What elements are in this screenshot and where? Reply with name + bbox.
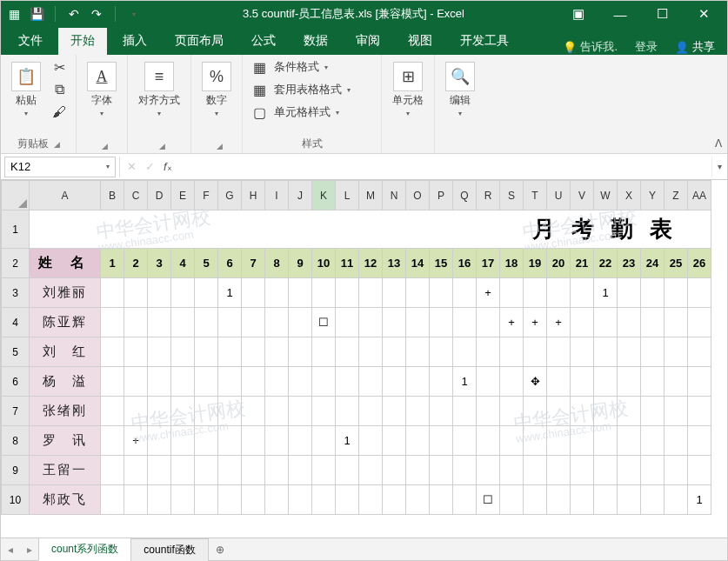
cell[interactable] bbox=[500, 278, 524, 308]
cell[interactable] bbox=[430, 337, 453, 367]
cell[interactable] bbox=[594, 337, 618, 367]
col-header-M[interactable]: M bbox=[359, 181, 383, 210]
cell[interactable] bbox=[453, 278, 477, 308]
cell[interactable] bbox=[641, 308, 665, 337]
col-header-Y[interactable]: Y bbox=[641, 181, 665, 210]
cell[interactable] bbox=[265, 308, 289, 337]
cell[interactable] bbox=[265, 397, 289, 426]
cell[interactable] bbox=[242, 367, 265, 397]
minimize-icon[interactable]: ― bbox=[607, 7, 633, 22]
cell[interactable] bbox=[195, 278, 218, 308]
cell[interactable] bbox=[148, 397, 171, 426]
header-day-22[interactable]: 22 bbox=[594, 249, 618, 278]
cell[interactable] bbox=[430, 397, 453, 426]
cell[interactable] bbox=[406, 308, 430, 337]
cell[interactable] bbox=[265, 485, 289, 515]
cell[interactable] bbox=[665, 308, 688, 337]
cell[interactable]: 1 bbox=[688, 485, 711, 515]
cell[interactable] bbox=[430, 426, 453, 456]
name-box[interactable]: K12▾ bbox=[4, 157, 116, 177]
cell[interactable] bbox=[618, 456, 641, 485]
tab-file[interactable]: 文件 bbox=[6, 28, 55, 55]
cell[interactable] bbox=[171, 337, 195, 367]
cell[interactable] bbox=[594, 485, 618, 515]
cell[interactable] bbox=[312, 485, 336, 515]
header-day-17[interactable]: 17 bbox=[477, 249, 500, 278]
cell[interactable] bbox=[665, 485, 688, 515]
name-cell[interactable]: 张绪刚 bbox=[30, 397, 101, 426]
align-launcher-icon[interactable]: ◢ bbox=[159, 142, 165, 150]
cell[interactable] bbox=[218, 397, 242, 426]
cell[interactable] bbox=[641, 426, 665, 456]
header-day-11[interactable]: 11 bbox=[336, 249, 359, 278]
tab-developer[interactable]: 开发工具 bbox=[448, 28, 521, 55]
tab-data[interactable]: 数据 bbox=[291, 28, 340, 55]
header-day-19[interactable]: 19 bbox=[524, 249, 547, 278]
copy-icon[interactable]: ⧉ bbox=[50, 81, 69, 98]
cell[interactable]: ☐ bbox=[477, 485, 500, 515]
share-button[interactable]: 👤共享 bbox=[675, 39, 715, 55]
cell[interactable] bbox=[359, 397, 383, 426]
tab-formulas[interactable]: 公式 bbox=[239, 28, 288, 55]
cell[interactable] bbox=[171, 456, 195, 485]
cell[interactable] bbox=[594, 367, 618, 397]
col-header-X[interactable]: X bbox=[618, 181, 641, 210]
cell[interactable]: 1 bbox=[453, 367, 477, 397]
cell[interactable] bbox=[359, 308, 383, 337]
cell[interactable] bbox=[124, 308, 148, 337]
cell[interactable] bbox=[265, 426, 289, 456]
cell[interactable] bbox=[124, 485, 148, 515]
cell[interactable] bbox=[477, 308, 500, 337]
cell[interactable] bbox=[265, 278, 289, 308]
cell[interactable] bbox=[594, 426, 618, 456]
cell[interactable] bbox=[218, 426, 242, 456]
row-header-1[interactable]: 1 bbox=[2, 210, 30, 249]
cell[interactable] bbox=[618, 485, 641, 515]
cell[interactable] bbox=[336, 278, 359, 308]
cell[interactable] bbox=[218, 308, 242, 337]
cell[interactable] bbox=[312, 397, 336, 426]
header-day-5[interactable]: 5 bbox=[195, 249, 218, 278]
cell[interactable] bbox=[688, 397, 711, 426]
cell[interactable] bbox=[665, 337, 688, 367]
col-header-R[interactable]: R bbox=[477, 181, 500, 210]
cell[interactable] bbox=[500, 397, 524, 426]
header-day-24[interactable]: 24 bbox=[641, 249, 665, 278]
cell[interactable] bbox=[383, 397, 406, 426]
header-day-9[interactable]: 9 bbox=[289, 249, 312, 278]
cell[interactable] bbox=[594, 456, 618, 485]
cell[interactable] bbox=[641, 456, 665, 485]
redo-icon[interactable]: ↷ bbox=[89, 6, 104, 22]
cell[interactable] bbox=[289, 337, 312, 367]
col-header-T[interactable]: T bbox=[524, 181, 547, 210]
close-icon[interactable]: ✕ bbox=[691, 6, 717, 22]
cell[interactable]: + bbox=[524, 308, 547, 337]
header-day-25[interactable]: 25 bbox=[665, 249, 688, 278]
cell[interactable] bbox=[618, 426, 641, 456]
cell[interactable] bbox=[477, 367, 500, 397]
enter-icon[interactable]: ✓ bbox=[145, 160, 155, 173]
cell[interactable] bbox=[101, 278, 124, 308]
cell[interactable] bbox=[171, 485, 195, 515]
cell[interactable] bbox=[124, 456, 148, 485]
cell[interactable] bbox=[641, 397, 665, 426]
col-header-S[interactable]: S bbox=[500, 181, 524, 210]
font-launcher-icon[interactable]: ◢ bbox=[102, 142, 108, 150]
cell[interactable] bbox=[453, 456, 477, 485]
editing-button[interactable]: 🔍编辑▾ bbox=[442, 58, 478, 121]
cell[interactable] bbox=[359, 485, 383, 515]
col-header-J[interactable]: J bbox=[289, 181, 312, 210]
cell[interactable] bbox=[148, 367, 171, 397]
cell[interactable] bbox=[571, 485, 594, 515]
cell[interactable] bbox=[618, 308, 641, 337]
cell[interactable] bbox=[101, 397, 124, 426]
undo-icon[interactable]: ↶ bbox=[66, 6, 82, 22]
cell[interactable] bbox=[406, 397, 430, 426]
cell[interactable] bbox=[430, 367, 453, 397]
cell[interactable] bbox=[524, 397, 547, 426]
number-launcher-icon[interactable]: ◢ bbox=[217, 142, 223, 150]
row-header-4[interactable]: 4 bbox=[2, 308, 30, 337]
header-name[interactable]: 姓 名 bbox=[30, 249, 101, 278]
col-header-W[interactable]: W bbox=[594, 181, 618, 210]
header-day-13[interactable]: 13 bbox=[383, 249, 406, 278]
